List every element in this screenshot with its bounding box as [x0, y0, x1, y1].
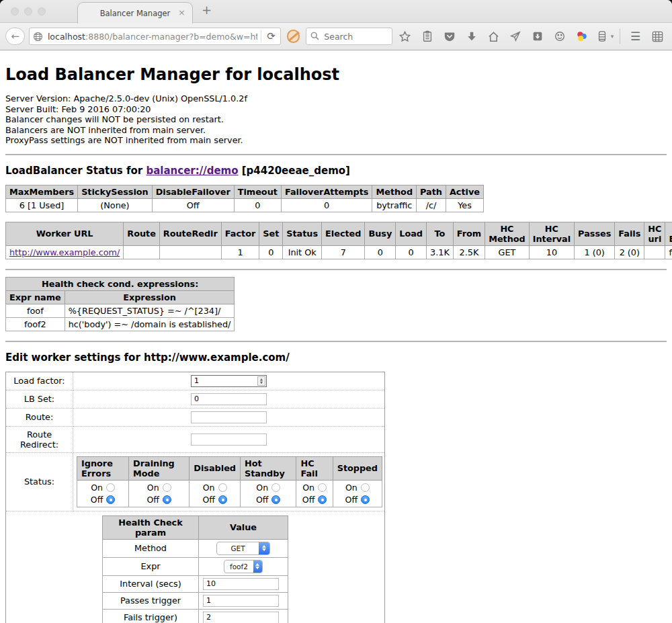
table-row: http://www.example.com/ 1 0 Init Ok 7 0 … [6, 245, 672, 259]
url-bar[interactable]: localhost:8880/balancer-manager?b=demo&w… [29, 28, 281, 45]
ignore-errors-on-radio[interactable] [106, 483, 115, 492]
off-label: Off [202, 495, 214, 505]
ignore-errors-off-radio[interactable] [106, 495, 115, 504]
draining-mode-on-radio[interactable] [163, 483, 171, 492]
reading-list-icon[interactable] [418, 27, 436, 46]
col-busy: Busy [365, 222, 396, 245]
form-row-route-redirect: Route Redirect: [6, 426, 385, 452]
balancer-status-heading: LoadBalancer Status for balancer://demo … [5, 165, 667, 177]
disabled-off-radio[interactable] [218, 495, 227, 504]
cell-factor: 1 [221, 245, 259, 259]
cell-hc-expr: foof2 [665, 245, 672, 259]
tab-strip: Balancer Manager × + [0, 0, 672, 23]
colors-palette-icon[interactable] [573, 27, 591, 46]
cell-hc-uri [644, 245, 665, 259]
hc-fail-on-radio[interactable] [318, 483, 327, 492]
draining-mode-off-radio[interactable] [163, 495, 171, 504]
fails-label: Fails trigger) [103, 609, 199, 623]
cell-hc-method: GET [485, 245, 530, 259]
table-title-row: Health check cond. expressions: [6, 277, 235, 290]
new-tab-button[interactable]: + [202, 3, 212, 17]
reload-icon[interactable]: ⟳ [265, 30, 278, 42]
stopped-off-radio[interactable] [361, 495, 370, 504]
col-elected: Elected [322, 222, 365, 245]
share-icon[interactable] [507, 27, 525, 46]
hot-standby-off-radio[interactable] [271, 495, 280, 504]
minimize-window-button[interactable] [24, 7, 32, 15]
passes-input[interactable] [203, 595, 279, 607]
toolbar-divider [620, 29, 620, 44]
search-icon [310, 30, 319, 43]
col-status: Status [283, 222, 322, 245]
container-icon[interactable] [595, 27, 610, 46]
col-from: From [453, 222, 485, 245]
search-bar[interactable] [306, 28, 392, 45]
select-stepper-icon [253, 560, 262, 573]
stopped-on-radio[interactable] [361, 483, 370, 492]
col-hot-standby: Hot Standby [241, 456, 296, 480]
tile-tabs-icon[interactable] [648, 27, 667, 46]
route-label: Route: [6, 408, 73, 426]
cell-busy: 0 [365, 245, 396, 259]
server-info: Server Version: Apache/2.5.0-dev (Unix) … [5, 93, 667, 146]
globe-icon [32, 28, 44, 45]
zoom-window-button[interactable] [38, 7, 46, 15]
disabled-on-radio[interactable] [218, 483, 227, 492]
tab-close-icon[interactable]: × [178, 7, 185, 17]
window-controls [11, 7, 46, 15]
table-row: foof2 hc('body') =~ /domain is establish… [6, 317, 235, 331]
fails-input[interactable] [203, 612, 279, 623]
pocket-icon[interactable] [440, 27, 458, 46]
col-timeout: Timeout [234, 185, 281, 198]
tab-title: Balancer Manager [100, 9, 171, 18]
col-value: Value [199, 515, 288, 539]
col-path: Path [417, 185, 446, 198]
cell-timeout: 0 [234, 198, 281, 212]
cell-expr-name: foof2 [6, 317, 65, 331]
hc-fail-off-radio[interactable] [318, 495, 327, 504]
interval-input[interactable] [203, 578, 279, 590]
col-health-check-param: Health Check param [103, 515, 199, 539]
col-hc-method: HC Method [485, 222, 530, 245]
table-row: foof %{REQUEST_STATUS} =~ /^[234]/ [6, 304, 235, 317]
col-set: Set [259, 222, 283, 245]
status-radio-row: On Off On Off On Off [77, 480, 382, 507]
load-factor-input[interactable] [191, 375, 267, 387]
home-icon[interactable] [485, 27, 503, 46]
load-factor-field-wrap: ▲▼ [191, 375, 267, 387]
back-button[interactable]: ← [5, 28, 25, 45]
route-input[interactable] [191, 411, 267, 423]
content-blocked-icon[interactable] [287, 30, 300, 43]
col-stickysession: StickySession [78, 185, 153, 198]
cell-from: 2.5K [453, 245, 485, 259]
search-input[interactable] [323, 31, 383, 42]
divider [5, 341, 667, 342]
lb-set-input[interactable] [191, 393, 267, 405]
on-label: On [345, 483, 358, 493]
number-spinner-icon[interactable]: ▲▼ [257, 376, 265, 386]
method-select[interactable]: GET [216, 542, 270, 555]
menu-icon[interactable]: ☰ [626, 27, 644, 46]
route-redirect-input[interactable] [191, 433, 267, 446]
tab-balancer-manager[interactable]: Balancer Manager × [77, 2, 193, 24]
form-row-status: Status: Ignore Errors Draining Mode Disa… [6, 452, 385, 511]
worker-status-table: Worker URL Route RouteRedir Factor Set S… [5, 222, 672, 259]
balancer-demo-link[interactable]: balancer://demo [146, 165, 238, 177]
col-passes: Passes [575, 222, 615, 245]
cell-expression: %{REQUEST_STATUS} =~ /^[234]/ [65, 304, 235, 317]
server-version-line: Server Version: Apache/2.5.0-dev (Unix) … [5, 93, 667, 104]
col-fails: Fails [615, 222, 644, 245]
col-failoverattempts: FailoverAttempts [281, 185, 372, 198]
download-icon[interactable] [462, 27, 480, 46]
on-label: On [302, 483, 314, 493]
close-window-button[interactable] [11, 7, 19, 15]
forum-smiley-icon[interactable] [551, 27, 569, 46]
container-caret-icon[interactable]: ▾ [611, 33, 614, 40]
worker-url-link[interactable]: http://www.example.com/ [9, 247, 120, 257]
save-to-device-icon[interactable] [529, 27, 547, 46]
expr-select[interactable]: foof2 [224, 560, 263, 573]
hot-standby-on-radio[interactable] [271, 483, 280, 492]
col-ignore-errors: Ignore Errors [77, 456, 129, 480]
bookmark-star-icon[interactable] [396, 27, 415, 46]
load-factor-label: Load factor: [6, 372, 73, 390]
